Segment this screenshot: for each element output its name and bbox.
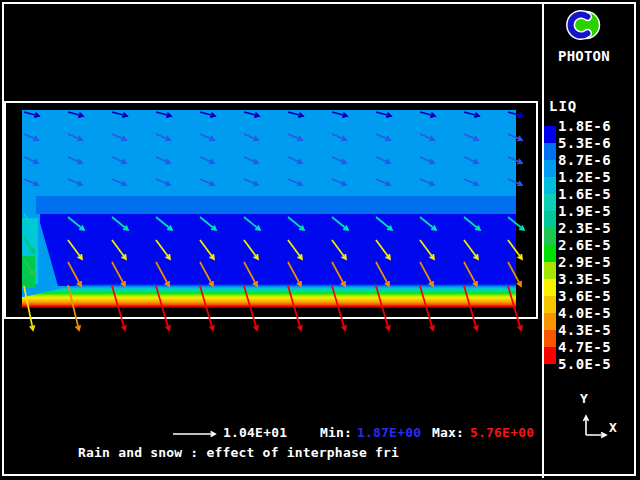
legend-color-box — [544, 194, 556, 211]
legend-value: 4.0E-5 — [558, 305, 611, 322]
legend-value: 8.7E-6 — [558, 152, 611, 169]
app-title: PHOTON — [558, 49, 610, 63]
legend-value: 4.3E-5 — [558, 322, 611, 339]
legend-color-box — [544, 160, 556, 177]
legend-value: 1.8E-6 — [558, 118, 611, 135]
photon-window: 1.04E+01 Min: 1.87E+00 Max: 5.76E+00 Rai… — [0, 0, 640, 480]
legend-color-box — [544, 228, 556, 245]
legend-value: 5.0E-5 — [558, 356, 611, 373]
legend-value: 5.3E-6 — [558, 135, 611, 152]
legend-value: 1.6E-5 — [558, 186, 611, 203]
legend-value: 3.3E-5 — [558, 271, 611, 288]
contour-region-mid-band — [36, 196, 516, 214]
color-legend: 1.8E-65.3E-68.7E-61.2E-51.6E-51.9E-52.3E… — [544, 118, 636, 380]
legend-color-box — [544, 211, 556, 228]
contour-left-green-strip — [22, 256, 35, 288]
min-value: 1.87E+00 — [357, 426, 421, 439]
plot-caption: Rain and snow : effect of interphase fri — [78, 446, 399, 459]
reference-vector-value: 1.04E+01 — [223, 426, 287, 439]
legend-color-box — [544, 143, 556, 160]
legend-color-box — [544, 245, 556, 262]
legend-value: 1.2E-5 — [558, 169, 611, 186]
legend-value: 2.6E-5 — [558, 237, 611, 254]
axis-indicator-icon — [574, 405, 618, 445]
legend-color-box — [544, 126, 556, 143]
legend-color-box — [544, 177, 556, 194]
legend-value: 2.3E-5 — [558, 220, 611, 237]
legend-color-box — [544, 262, 556, 279]
max-label: Max: — [432, 426, 464, 439]
legend-value: 4.7E-5 — [558, 339, 611, 356]
contour-field — [22, 110, 516, 308]
legend-value: 1.9E-5 — [558, 203, 611, 220]
legend-color-box — [544, 330, 556, 347]
legend-color-box — [544, 279, 556, 296]
y-axis-label: Y — [580, 392, 588, 405]
legend-color-box — [544, 313, 556, 330]
photon-logo-icon — [562, 6, 606, 46]
max-value: 5.76E+00 — [470, 426, 534, 439]
legend-value: 2.9E-5 — [558, 254, 611, 271]
legend-color-box — [544, 296, 556, 313]
legend-value: 3.6E-5 — [558, 288, 611, 305]
contour-bottom-gradient — [22, 284, 516, 308]
legend-color-box — [544, 347, 556, 364]
min-label: Min: — [320, 426, 352, 439]
contour-region-lower — [36, 214, 516, 286]
legend-title: LIQ — [549, 99, 577, 113]
